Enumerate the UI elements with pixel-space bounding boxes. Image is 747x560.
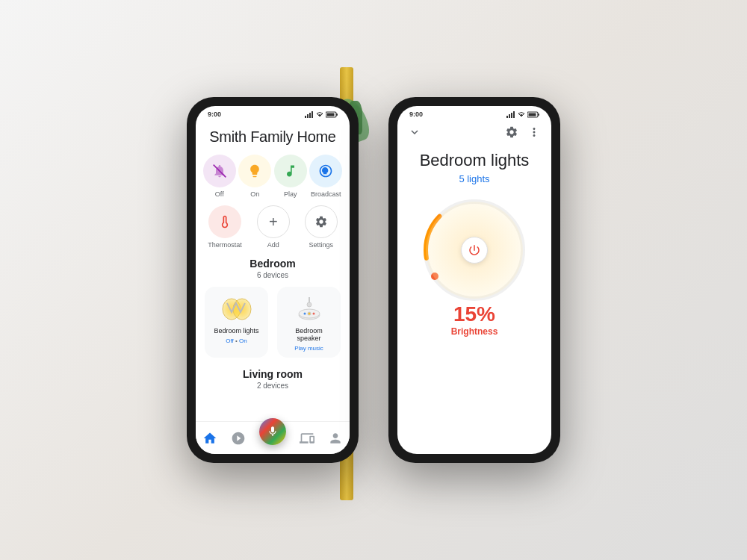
action-off[interactable]: Off bbox=[203, 155, 236, 198]
svg-marker-21 bbox=[513, 111, 515, 118]
svg-marker-3 bbox=[311, 111, 313, 118]
nav-explore[interactable] bbox=[231, 431, 246, 446]
power-button[interactable] bbox=[461, 237, 488, 264]
phone-1: 9:00 Smith Family Home bbox=[187, 97, 359, 463]
svg-rect-24 bbox=[529, 113, 536, 116]
gear-icon bbox=[505, 125, 518, 139]
bedroom-devices: Bedroom lights Off • On bbox=[196, 284, 350, 361]
more-vertical-icon bbox=[527, 125, 541, 139]
nav-profile[interactable] bbox=[328, 431, 343, 446]
status-bar-1: 9:00 bbox=[196, 106, 350, 121]
device-speaker-name: Bedroom speaker bbox=[283, 327, 335, 342]
bottom-nav bbox=[196, 421, 350, 454]
action-broadcast-circle bbox=[309, 155, 342, 187]
svg-marker-20 bbox=[511, 113, 512, 118]
bell-off-icon bbox=[212, 164, 227, 178]
brightness-container: 15% Brightness bbox=[408, 190, 541, 343]
svg-rect-6 bbox=[327, 113, 335, 116]
mic-icon bbox=[267, 426, 279, 438]
more-button[interactable] bbox=[527, 125, 541, 142]
bedroom-lights-icon-area bbox=[219, 294, 255, 324]
power-icon bbox=[468, 243, 481, 257]
phones-container: 9:00 Smith Family Home bbox=[187, 97, 560, 463]
settings-icon bbox=[314, 215, 328, 228]
thermostat-label: Thermostat bbox=[208, 241, 242, 249]
mic-fab[interactable] bbox=[259, 418, 286, 445]
action-settings[interactable]: Settings bbox=[305, 205, 338, 249]
device-lights-status[interactable]: Off • On bbox=[226, 337, 247, 344]
brightness-circle-wrap[interactable] bbox=[415, 190, 534, 310]
action-play[interactable]: Play bbox=[274, 155, 307, 198]
svg-point-11 bbox=[307, 302, 311, 307]
chevron-down-icon bbox=[408, 125, 421, 139]
action-off-label: Off bbox=[215, 190, 224, 198]
lights-subtitle: 5 lights bbox=[408, 173, 541, 184]
wifi-icon-2 bbox=[518, 111, 525, 118]
nav-mic[interactable] bbox=[259, 432, 286, 445]
svg-point-17 bbox=[312, 313, 314, 315]
thermostat-circle bbox=[208, 205, 241, 238]
brightness-label: Brightness bbox=[451, 326, 498, 337]
add-circle: + bbox=[257, 205, 290, 238]
svg-marker-2 bbox=[309, 113, 311, 118]
nav-media[interactable] bbox=[300, 431, 314, 446]
status-bar-2: 9:00 bbox=[397, 106, 551, 121]
device-bedroom-lights[interactable]: Bedroom lights Off • On bbox=[205, 287, 268, 358]
status-icons-1 bbox=[305, 111, 338, 118]
add-label: Add bbox=[267, 241, 279, 249]
bulb-icon bbox=[247, 164, 262, 178]
svg-marker-1 bbox=[307, 114, 309, 118]
back-button[interactable] bbox=[408, 125, 421, 142]
phone-2: 9:00 bbox=[388, 97, 560, 463]
bedroom-lights-icon bbox=[220, 296, 254, 323]
svg-marker-0 bbox=[305, 116, 306, 118]
home-title: Smith Family Home bbox=[196, 121, 350, 152]
battery-icon-2 bbox=[527, 111, 539, 118]
action-off-circle bbox=[203, 155, 236, 187]
profile-nav-icon bbox=[328, 431, 343, 446]
svg-point-15 bbox=[303, 313, 306, 315]
header-actions bbox=[505, 125, 541, 142]
explore-nav-icon bbox=[231, 431, 246, 446]
action-broadcast[interactable]: Broadcast bbox=[309, 155, 342, 198]
living-room-title: Living room bbox=[196, 362, 350, 382]
media-nav-icon bbox=[300, 431, 314, 446]
bedroom-subtitle: 6 devices bbox=[196, 271, 350, 284]
battery-icon bbox=[326, 111, 338, 118]
svg-point-16 bbox=[308, 313, 310, 315]
status-icons-2 bbox=[506, 111, 539, 118]
svg-rect-5 bbox=[336, 113, 338, 116]
living-room-subtitle: 2 devices bbox=[196, 382, 350, 394]
settings-label: Settings bbox=[309, 241, 333, 249]
svg-marker-19 bbox=[509, 114, 510, 118]
thermostat-icon bbox=[217, 214, 232, 229]
device-lights-name: Bedroom lights bbox=[214, 327, 258, 335]
time-2: 9:00 bbox=[409, 111, 423, 118]
svg-marker-18 bbox=[506, 116, 508, 118]
signal-icon-2 bbox=[506, 111, 515, 118]
settings-circle bbox=[305, 205, 338, 238]
action-play-label: Play bbox=[284, 190, 297, 198]
signal-icon bbox=[305, 111, 314, 118]
home-nav-icon bbox=[202, 431, 217, 446]
time-1: 9:00 bbox=[208, 111, 221, 118]
bedroom-speaker-icon-area bbox=[291, 294, 327, 324]
device-speaker-status[interactable]: Play music bbox=[294, 345, 323, 352]
action-add[interactable]: + Add bbox=[257, 205, 290, 249]
music-icon bbox=[283, 164, 298, 178]
bedroom-title: Bedroom bbox=[196, 252, 350, 271]
svg-rect-23 bbox=[538, 113, 539, 116]
action-play-circle bbox=[274, 155, 307, 187]
phone-1-screen: 9:00 Smith Family Home bbox=[196, 106, 350, 454]
action-thermostat[interactable]: Thermostat bbox=[208, 205, 242, 249]
nav-home[interactable] bbox=[202, 431, 217, 446]
wifi-icon bbox=[316, 111, 323, 118]
secondary-actions: Thermostat + Add Settings bbox=[196, 201, 350, 252]
quick-actions: Off On Play bbox=[196, 152, 350, 201]
action-on[interactable]: On bbox=[238, 155, 271, 198]
speaker-icon bbox=[294, 296, 324, 323]
device-bedroom-speaker[interactable]: Bedroom speaker Play music bbox=[277, 287, 341, 358]
settings-button[interactable] bbox=[505, 125, 518, 142]
add-icon: + bbox=[269, 214, 278, 231]
lights-header bbox=[408, 121, 541, 146]
